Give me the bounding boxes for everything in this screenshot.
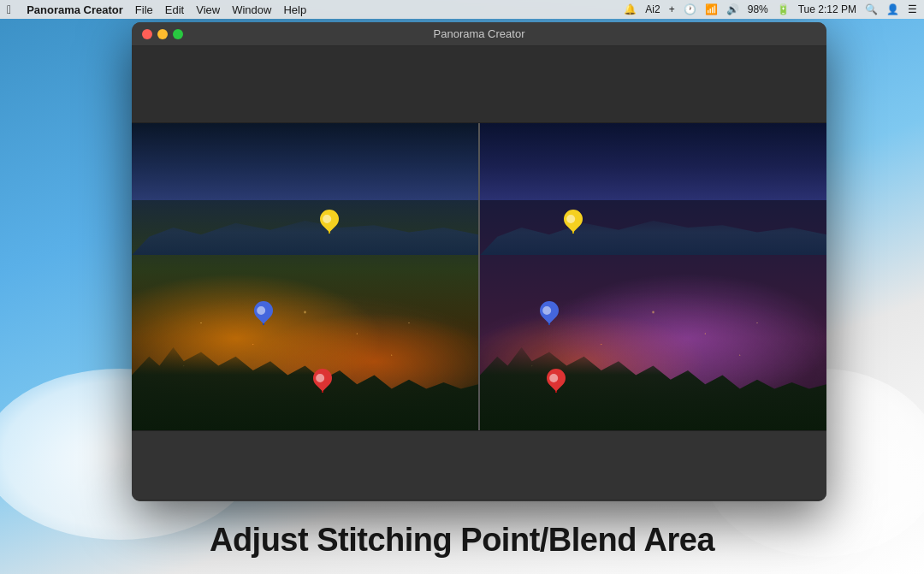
menubar-edit[interactable]: Edit	[165, 3, 184, 16]
menubar-app-name[interactable]: Panorama Creator	[27, 3, 123, 16]
traffic-lights	[142, 29, 183, 39]
wifi-icon[interactable]: 📶	[705, 3, 718, 15]
bottom-caption: Adjust Stitching Point/Blend Area	[0, 522, 924, 559]
battery-percent: 98%	[748, 3, 768, 15]
pin-yellow-right[interactable]	[564, 210, 583, 234]
pin-blue-left[interactable]	[254, 301, 273, 325]
time-machine-icon[interactable]: 🕐	[684, 3, 696, 15]
menu-icon[interactable]: ☰	[908, 3, 917, 15]
middle-strip	[132, 431, 826, 500]
adobe-badge: Ai2	[645, 3, 660, 15]
search-icon[interactable]: 🔍	[865, 3, 878, 15]
apple-logo-icon[interactable]: 	[7, 3, 11, 16]
bottom-controls: Cancel Apply	[132, 500, 826, 501]
pin-head-blue-left	[250, 298, 276, 324]
image-panel-left[interactable]	[132, 123, 478, 430]
city-photo-left	[132, 123, 478, 430]
menubar-left:  Panorama Creator File Edit View Window…	[7, 3, 306, 16]
pin-head-yellow-left	[316, 205, 342, 232]
image-panels-container	[132, 123, 826, 431]
pin-red-left[interactable]	[313, 369, 332, 393]
menubar-help[interactable]: Help	[283, 3, 306, 16]
top-strip	[132, 46, 826, 123]
clock: Tue 2:12 PM	[798, 3, 856, 15]
pin-head-red-left	[309, 365, 335, 392]
pin-head-blue-right	[536, 298, 562, 324]
maximize-button[interactable]	[173, 29, 183, 39]
pin-head-yellow-right	[560, 205, 587, 232]
plus-icon[interactable]: +	[669, 3, 675, 15]
panorama-creator-window: Panorama Creator	[132, 22, 826, 501]
menubar-view[interactable]: View	[196, 3, 220, 16]
window-titlebar: Panorama Creator	[132, 22, 826, 46]
pin-head-red-right	[543, 365, 570, 392]
battery-icon: 🔋	[777, 3, 790, 15]
notification-icon[interactable]: 🔔	[624, 3, 637, 15]
user-icon[interactable]: 👤	[886, 3, 899, 15]
menubar-file[interactable]: File	[135, 3, 153, 16]
pin-blue-right[interactable]	[540, 301, 559, 325]
menubar-window[interactable]: Window	[232, 3, 271, 16]
image-panel-right[interactable]	[478, 123, 826, 430]
menubar-right: 🔔 Ai2 + 🕐 📶 🔊 98% 🔋 Tue 2:12 PM 🔍 👤 ☰	[624, 3, 917, 15]
menubar:  Panorama Creator File Edit View Window…	[0, 0, 924, 19]
city-photo-right	[480, 123, 826, 430]
window-title: Panorama Creator	[434, 27, 525, 40]
minimize-button[interactable]	[157, 29, 168, 39]
close-button[interactable]	[142, 29, 152, 39]
pin-yellow-left[interactable]	[320, 210, 339, 234]
volume-icon[interactable]: 🔊	[726, 3, 739, 15]
pin-red-right[interactable]	[547, 369, 566, 393]
